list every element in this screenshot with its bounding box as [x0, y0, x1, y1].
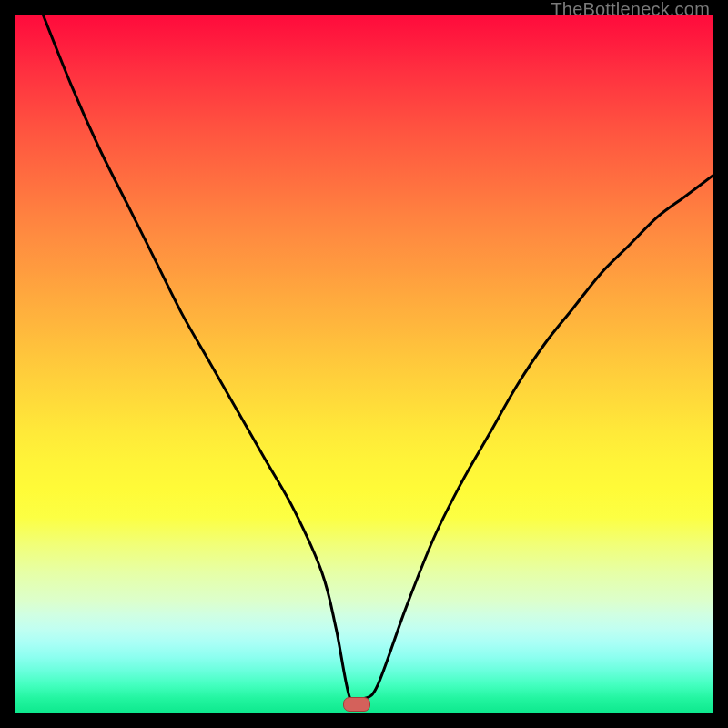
chart-gradient-background [15, 15, 713, 713]
optimum-marker [343, 697, 370, 712]
chart-frame [15, 15, 713, 713]
